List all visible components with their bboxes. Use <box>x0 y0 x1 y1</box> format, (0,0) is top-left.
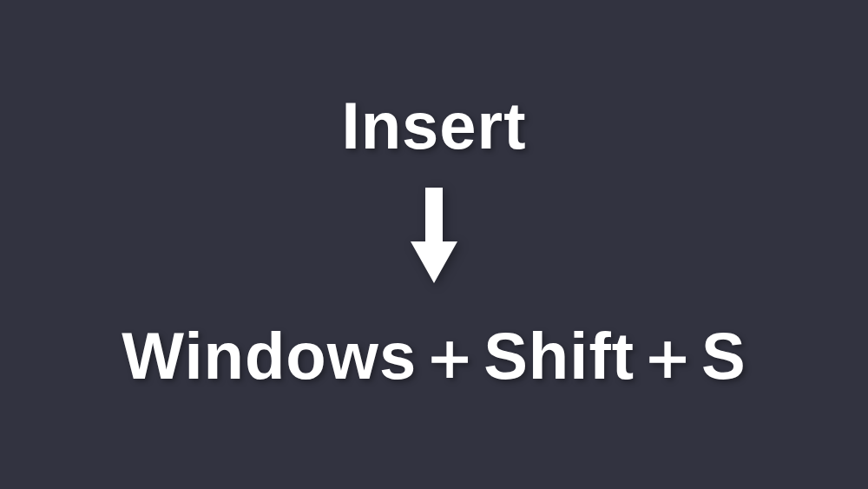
target-shortcut-label: Windows＋Shift＋S <box>122 313 746 402</box>
arrow-down-icon <box>411 188 457 283</box>
source-key-label: Insert <box>342 88 527 163</box>
